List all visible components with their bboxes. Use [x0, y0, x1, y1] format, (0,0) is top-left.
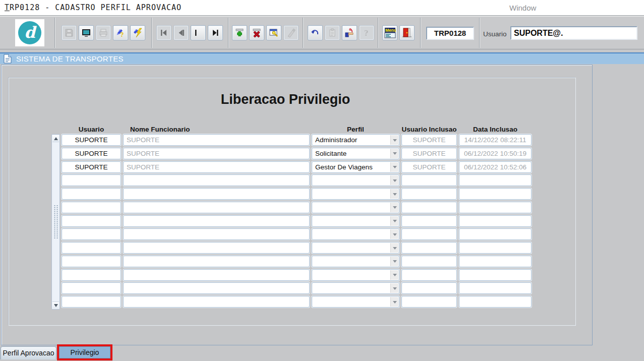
- display-button[interactable]: [79, 25, 94, 40]
- usuario-inclusao-field: [401, 256, 457, 267]
- menu-button[interactable]: Menu: [382, 25, 397, 40]
- mdi-window-titlebar[interactable]: SISTEMA DE TRANSPORTES: [0, 52, 644, 64]
- usuario-field[interactable]: [62, 202, 121, 213]
- next-record-button[interactable]: [191, 25, 206, 40]
- insert-record-button[interactable]: [232, 25, 247, 40]
- dropdown-arrow-icon[interactable]: [390, 243, 398, 253]
- scroll-down-icon[interactable]: [52, 302, 59, 309]
- toolbar-separator: [378, 18, 378, 48]
- perfil-select[interactable]: [312, 202, 399, 213]
- privilege-groupbox: Liberacao Privilegio Usuario Nome Funcio…: [9, 78, 576, 326]
- menu-icon: Menu: [384, 27, 396, 39]
- execute-query-button[interactable]: [130, 25, 145, 40]
- usuario-field[interactable]: [62, 296, 121, 308]
- usuario-field[interactable]: [62, 269, 121, 281]
- menu-item-window[interactable]: Window: [509, 4, 536, 12]
- usuario-field[interactable]: [62, 188, 121, 200]
- data-inclusao-field: [459, 188, 532, 200]
- dropdown-arrow-icon[interactable]: [390, 203, 398, 212]
- print-button: [96, 25, 111, 40]
- usuario-field[interactable]: [62, 174, 121, 186]
- data-inclusao-field: [459, 174, 532, 186]
- nome-funcionario-field: [123, 174, 310, 186]
- usuario-inclusao-field: [401, 202, 457, 213]
- dropdown-arrow-icon[interactable]: [390, 283, 398, 293]
- data-inclusao-field: 06/12/2022 10:52:06: [459, 161, 532, 173]
- last-record-button[interactable]: [208, 25, 223, 40]
- scrollbar-thumb-grip[interactable]: [54, 205, 57, 238]
- dropdown-arrow-icon[interactable]: [390, 175, 398, 185]
- tab-privilegio[interactable]: Privilegio: [59, 346, 110, 358]
- usuario-inclusao-field: SUPORTE: [401, 134, 457, 146]
- window-title-text: TRP0128 - CADASTRO PERFIL APROVACAO: [5, 3, 182, 12]
- delete-record-button[interactable]: [249, 25, 264, 40]
- insert-record-icon: [235, 28, 245, 38]
- perfil-select[interactable]: [312, 269, 399, 281]
- usuario-inclusao-field: SUPORTE: [401, 148, 457, 159]
- usuario-field[interactable]: [62, 215, 121, 227]
- first-record-button: [156, 25, 171, 40]
- perfil-select[interactable]: [312, 282, 399, 294]
- nome-funcionario-field: [123, 242, 310, 254]
- dropdown-arrow-icon[interactable]: [390, 135, 398, 145]
- query-window-button[interactable]: [266, 25, 281, 40]
- perfil-select[interactable]: [312, 228, 399, 240]
- usuario-inclusao-field: [401, 269, 457, 281]
- perfil-select[interactable]: Administrador: [312, 134, 399, 146]
- usuario-field[interactable]: SUPORTE: [62, 161, 121, 173]
- dropdown-arrow-icon[interactable]: [390, 149, 398, 158]
- nome-funcionario-field: SUPORTE: [123, 161, 310, 173]
- data-inclusao-field: [459, 228, 532, 240]
- data-inclusao-field: [459, 296, 532, 308]
- usuario-toolbar-field[interactable]: SUPORTE@.: [510, 26, 637, 40]
- dropdown-arrow-icon[interactable]: [390, 189, 398, 199]
- scroll-up-icon[interactable]: [52, 135, 59, 142]
- perfil-select[interactable]: [312, 174, 399, 186]
- data-inclusao-field: [459, 202, 532, 213]
- dropdown-arrow-icon[interactable]: [390, 257, 398, 266]
- usuario-field[interactable]: [62, 282, 121, 294]
- perfil-select[interactable]: [312, 256, 399, 267]
- undo-button[interactable]: [308, 25, 323, 40]
- dropdown-arrow-icon[interactable]: [390, 162, 398, 172]
- perfil-select[interactable]: [312, 215, 399, 227]
- data-inclusao-field: [459, 256, 532, 267]
- toolbar-separator: [151, 18, 152, 48]
- usuario-toolbar-label: Usuario: [483, 30, 507, 38]
- toolbar-separator: [479, 18, 480, 48]
- program-code-field[interactable]: TRP0128: [426, 27, 474, 40]
- toolbar-group-edit: ?: [308, 25, 374, 40]
- delete-record-icon: [252, 28, 262, 38]
- dropdown-arrow-icon[interactable]: [390, 216, 398, 226]
- perfil-select[interactable]: Solicitante: [312, 148, 399, 159]
- enter-query-button[interactable]: ?: [113, 25, 128, 40]
- column-header-nome-funcionario: Nome Funcionario: [130, 126, 190, 133]
- usuario-field[interactable]: [62, 228, 121, 240]
- toolbar-separator: [54, 18, 55, 48]
- toolbar-separator: [228, 18, 228, 48]
- usuario-field[interactable]: SUPORTE: [62, 134, 121, 146]
- logo-d-icon: d: [18, 21, 41, 44]
- usuario-field[interactable]: [62, 256, 121, 267]
- column-header-usuario-inclusao: Usuario Inclusao: [401, 126, 457, 133]
- usuario-inclusao-field: [401, 296, 457, 308]
- perfil-select[interactable]: Gestor De Viagens: [312, 161, 399, 173]
- commit-button[interactable]: [342, 25, 357, 40]
- usuario-field[interactable]: [62, 242, 121, 254]
- column-header-perfil: Perfil: [312, 126, 399, 133]
- dropdown-arrow-icon[interactable]: [390, 270, 398, 280]
- dropdown-arrow-icon[interactable]: [390, 297, 398, 307]
- nome-funcionario-field: SUPORTE: [123, 148, 310, 159]
- perfil-select[interactable]: [312, 296, 399, 308]
- data-inclusao-field: [459, 269, 532, 281]
- dropdown-arrow-icon[interactable]: [390, 229, 398, 239]
- next-record-icon: [194, 28, 203, 37]
- perfil-select[interactable]: [312, 188, 399, 200]
- nome-funcionario-field: [123, 188, 310, 200]
- tab-perfil-aprovacao[interactable]: Perfil Aprovacao: [1, 346, 56, 359]
- exit-button[interactable]: [399, 25, 415, 40]
- usuario-field[interactable]: SUPORTE: [62, 148, 121, 159]
- vertical-scrollbar[interactable]: [51, 134, 60, 310]
- copy-icon: [327, 28, 337, 38]
- perfil-select[interactable]: [312, 242, 399, 254]
